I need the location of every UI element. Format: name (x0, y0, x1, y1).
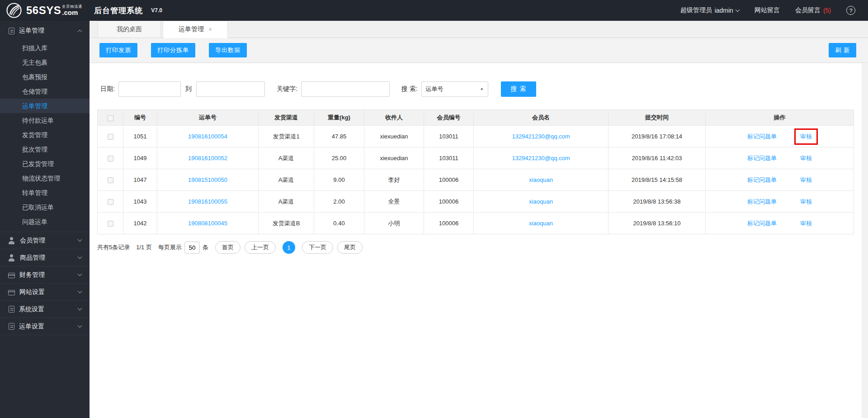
sidebar-item[interactable]: 包裹预报 (0, 70, 90, 84)
row-checkbox[interactable] (108, 199, 113, 205)
user-menu[interactable]: 超级管理员 iadmin (680, 6, 739, 14)
app-title: 后台管理系统 (94, 5, 143, 16)
sidebar-item[interactable]: 扫描入库 (0, 41, 90, 55)
record-count: 共有5条记录 (97, 243, 130, 252)
page-button[interactable]: 尾页 (337, 241, 363, 254)
audit-link[interactable]: 审核 (800, 176, 812, 183)
date-to-input[interactable] (196, 81, 265, 97)
sidebar-item[interactable]: 无主包裹 (0, 55, 90, 70)
cell-id: 1049 (123, 147, 157, 169)
column-header: 操作 (706, 110, 854, 126)
column-header: 收件人 (364, 110, 424, 126)
site-messages-link[interactable]: 网站留言 (755, 6, 780, 14)
cell-recipient: xiexuedian (364, 126, 424, 147)
waybill-link[interactable]: 190808100045 (188, 220, 227, 227)
page-button[interactable]: 首页 (215, 241, 241, 254)
cell-member-id: 103011 (424, 147, 474, 169)
cell-id: 1043 (123, 191, 157, 213)
brand-com: .com (62, 9, 82, 16)
sidebar-item[interactable]: 转单管理 (0, 185, 90, 200)
search-type-label: 搜 索: (401, 85, 418, 93)
waybill-link[interactable]: 190816100054 (188, 133, 227, 140)
tab[interactable]: 我的桌面 (98, 21, 161, 38)
audit-link[interactable]: 审核 (800, 133, 812, 140)
toolbar-button[interactable]: 打印分拣单 (151, 43, 195, 57)
page-button[interactable]: 下一页 (302, 241, 333, 254)
brand: 56SYS 全景物流通 .com 后台管理系统 V7.0 (6, 3, 162, 18)
sidebar-item[interactable]: 已发货管理 (0, 157, 90, 171)
member-messages-link[interactable]: 会员留言 (5) (795, 6, 831, 14)
sidebar-item[interactable]: 问题运单 (0, 214, 90, 229)
per-page-input[interactable] (184, 242, 200, 254)
sidebar-group[interactable]: 运单设置 (0, 318, 90, 335)
row-checkbox[interactable] (108, 134, 113, 140)
sidebar-group[interactable]: 财务管理 (0, 266, 90, 283)
member-name-link[interactable]: 1329421230@qq.com (512, 133, 570, 140)
refresh-button[interactable]: 刷 新 (829, 43, 856, 57)
annotation-highlight: 审核 (800, 176, 812, 184)
cell-member-id: 103011 (424, 126, 474, 147)
sidebar-group[interactable]: 网站设置 (0, 284, 90, 300)
cell-channel: A渠道 (259, 191, 314, 213)
member-name-link[interactable]: xiaoquan (529, 176, 553, 183)
sidebar-item[interactable]: 批次管理 (0, 142, 90, 157)
cell-id: 1042 (123, 213, 157, 234)
sidebar-group[interactable]: 会员管理 (0, 232, 90, 249)
user-role: 超级管理员 (680, 6, 712, 14)
sidebar-group[interactable]: 运单管理 (0, 21, 90, 41)
filter-row: 日期: 到 关键字: 搜 索: 运单号 ▼ 搜 索 (97, 81, 854, 97)
content-card: 日期: 到 关键字: 搜 索: 运单号 ▼ 搜 索 (90, 63, 862, 418)
sidebar-group[interactable]: 商品管理 (0, 249, 90, 266)
keyword-input[interactable] (301, 81, 390, 97)
chevron-icon (78, 306, 82, 311)
mark-problem-link[interactable]: 标记问题单 (747, 133, 777, 141)
current-page-button[interactable]: 1 (283, 241, 295, 254)
waybill-link[interactable]: 190815100050 (188, 176, 227, 183)
member-name-link[interactable]: 1329421230@qq.com (512, 155, 570, 162)
sidebar-item[interactable]: 发货管理 (0, 128, 90, 142)
tab-close-icon[interactable]: × (208, 26, 212, 33)
audit-link[interactable]: 审核 (800, 198, 812, 205)
select-all-checkbox[interactable] (108, 115, 113, 121)
mark-problem-link[interactable]: 标记问题单 (747, 154, 777, 162)
chevron-icon (78, 289, 82, 294)
member-name-link[interactable]: xiaoquan (529, 220, 553, 227)
toolbar-button[interactable]: 导出数据 (209, 43, 247, 57)
sidebar-item[interactable]: 运单管理 (0, 99, 90, 113)
help-icon[interactable]: ? (846, 6, 855, 15)
user-icon (8, 254, 15, 261)
mark-problem-link[interactable]: 标记问题单 (747, 176, 777, 184)
sidebar-group[interactable]: 系统设置 (0, 301, 90, 318)
pager-buttons-before: 首页 上一页 (211, 241, 276, 254)
cell-recipient: xiexuedian (364, 147, 424, 169)
toolbar-button[interactable]: 打印发票 (99, 43, 137, 57)
row-checkbox[interactable] (108, 221, 113, 227)
sidebar-item[interactable]: 仓储管理 (0, 84, 90, 99)
audit-link[interactable]: 审核 (800, 220, 812, 227)
page-info: 1/1 页 (136, 243, 152, 252)
mark-problem-link[interactable]: 标记问题单 (747, 219, 777, 228)
date-label: 日期: (100, 85, 115, 93)
cell-weight: 9.00 (314, 169, 364, 191)
chevron-down-icon (735, 8, 740, 12)
pager-buttons-after: 下一页 尾页 (298, 241, 363, 254)
audit-link[interactable]: 审核 (800, 155, 812, 162)
row-checkbox[interactable] (108, 156, 113, 162)
date-from-input[interactable] (118, 81, 181, 97)
member-name-link[interactable]: xiaoquan (529, 198, 553, 205)
brand-tagline: 全景物流通 (62, 5, 82, 9)
sidebar-item[interactable]: 物流状态管理 (0, 171, 90, 185)
search-type-select[interactable]: 运单号 ▼ (421, 81, 488, 97)
chevron-icon (78, 272, 82, 276)
tab[interactable]: 运单管理 × (163, 21, 228, 38)
search-button[interactable]: 搜 索 (501, 81, 537, 97)
row-checkbox[interactable] (108, 177, 113, 183)
cell-member-id: 100006 (424, 191, 474, 213)
waybill-link[interactable]: 190816100052 (188, 155, 227, 162)
toolbar-buttons: 打印发票 打印分拣单 导出数据 (99, 43, 247, 57)
waybill-link[interactable]: 190816100055 (188, 198, 227, 205)
page-button[interactable]: 上一页 (245, 241, 276, 254)
sidebar-item[interactable]: 已取消运单 (0, 200, 90, 214)
sidebar-item[interactable]: 待付款运单 (0, 113, 90, 128)
mark-problem-link[interactable]: 标记问题单 (747, 198, 777, 206)
